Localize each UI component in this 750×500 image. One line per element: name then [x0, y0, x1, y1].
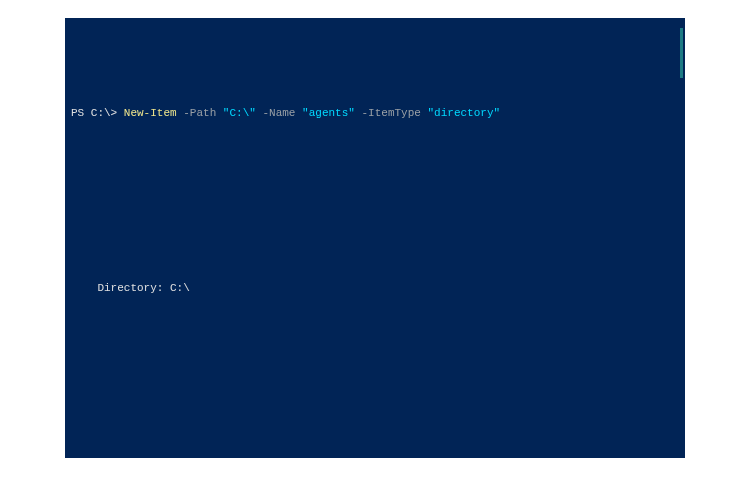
blank-line: [71, 169, 685, 185]
col-name: Name: [428, 457, 454, 458]
arg-path: "C:\": [223, 107, 256, 119]
cmd-line-newitem: PS C:\> New-Item -Path "C:\" -Name "agen…: [71, 106, 685, 122]
table-header-1: ModeLastWriteTimeLength Name: [71, 456, 685, 458]
blank-line: [71, 217, 685, 233]
blank-line: [71, 393, 685, 409]
cmd-newitem: New-Item: [124, 107, 177, 119]
param-name: -Name: [256, 107, 302, 119]
param-path: -Path: [177, 107, 223, 119]
powershell-terminal[interactable]: PS C:\> New-Item -Path "C:\" -Name "agen…: [65, 18, 685, 458]
col-lwt: LastWriteTime: [171, 456, 321, 458]
arg-itemtype: "directory": [428, 107, 501, 119]
col-len: Length: [321, 456, 421, 458]
arg-name: "agents": [302, 107, 355, 119]
prompt-root: PS C:\>: [71, 107, 124, 119]
directory-header-1: Directory: C:\: [71, 281, 685, 297]
blank-line: [71, 345, 685, 361]
param-itemtype: -ItemType: [355, 107, 428, 119]
scrollbar-indicator[interactable]: [680, 28, 683, 78]
col-mode: Mode: [71, 456, 171, 458]
